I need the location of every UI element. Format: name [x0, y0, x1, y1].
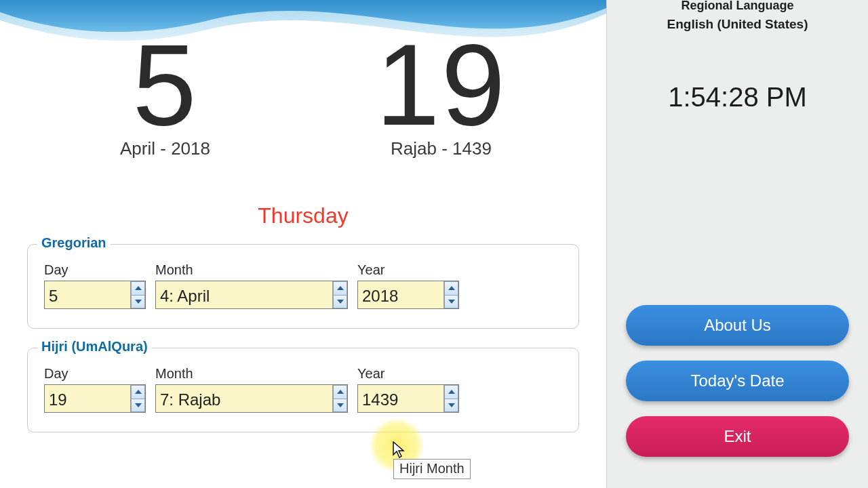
gregorian-month-down[interactable]: [333, 295, 347, 309]
chevron-up-icon: [135, 286, 142, 290]
chevron-up-icon: [337, 286, 344, 290]
hijri-display: 19 Rajab - 1439: [303, 27, 579, 159]
gregorian-year-spinner[interactable]: 2018: [357, 281, 459, 309]
gregorian-legend: Gregorian: [37, 235, 111, 251]
hijri-month-tooltip: Hijri Month: [393, 459, 471, 479]
gregorian-month-up[interactable]: [333, 281, 347, 295]
gregorian-year-down[interactable]: [444, 295, 458, 309]
hijri-month-field: Month 7: Rajab: [155, 366, 348, 413]
hijri-month-up[interactable]: [333, 385, 347, 399]
hijri-subtitle: Rajab - 1439: [303, 138, 579, 159]
chevron-down-icon: [337, 300, 344, 304]
hijri-day-value[interactable]: 19: [45, 385, 130, 412]
hijri-year-spinner[interactable]: 1439: [357, 384, 459, 413]
chevron-down-icon: [448, 403, 455, 407]
about-us-button[interactable]: About Us: [626, 305, 849, 346]
chevron-down-icon: [337, 403, 344, 407]
hijri-day-up[interactable]: [131, 385, 145, 399]
clock-display: 1:54:28 PM: [626, 82, 849, 113]
hijri-year-down[interactable]: [444, 399, 458, 413]
chevron-down-icon: [135, 403, 142, 407]
hijri-year-label: Year: [357, 366, 459, 382]
gregorian-month-field: Month 4: April: [155, 262, 348, 309]
hijri-day-field: Day 19: [44, 366, 146, 413]
gregorian-year-field: Year 2018: [357, 262, 459, 309]
gregorian-month-spinner[interactable]: 4: April: [155, 281, 348, 309]
gregorian-day-value[interactable]: 5: [45, 281, 130, 308]
hijri-month-label: Month: [155, 366, 348, 382]
gregorian-day-label: Day: [44, 262, 146, 278]
exit-button[interactable]: Exit: [626, 416, 849, 457]
gregorian-display: 5 April - 2018: [27, 27, 303, 159]
gregorian-group: Gregorian Day 5 Month: [27, 244, 579, 329]
language-value: English (United States): [626, 17, 849, 32]
hijri-month-spinner[interactable]: 7: Rajab: [155, 384, 348, 413]
side-panel: Regional Language English (United States…: [607, 0, 868, 488]
chevron-down-icon: [135, 300, 142, 304]
todays-date-button[interactable]: Today's Date: [626, 361, 849, 401]
hijri-year-field: Year 1439: [357, 366, 459, 413]
main-panel: 5 April - 2018 19 Rajab - 1439 Thursday …: [0, 0, 607, 488]
hijri-year-value[interactable]: 1439: [358, 385, 443, 412]
gregorian-big-day: 5: [27, 27, 303, 142]
gregorian-day-up[interactable]: [131, 281, 145, 295]
action-buttons: About Us Today's Date Exit: [626, 305, 849, 457]
language-block: Regional Language English (United States…: [626, 0, 849, 32]
weekday-label: Thursday: [0, 203, 606, 228]
gregorian-day-down[interactable]: [131, 295, 145, 309]
chevron-up-icon: [337, 390, 344, 394]
hijri-month-down[interactable]: [333, 399, 347, 413]
form-area: Gregorian Day 5 Month: [27, 244, 579, 451]
chevron-up-icon: [448, 286, 455, 290]
chevron-up-icon: [448, 390, 455, 394]
hijri-month-value[interactable]: 7: Rajab: [156, 385, 332, 412]
hijri-big-day: 19: [303, 27, 579, 142]
chevron-up-icon: [135, 390, 142, 394]
gregorian-month-value[interactable]: 4: April: [156, 281, 332, 308]
hijri-legend: Hijri (UmAlQura): [37, 339, 152, 354]
gregorian-day-field: Day 5: [44, 262, 146, 309]
gregorian-subtitle: April - 2018: [27, 138, 303, 159]
gregorian-day-spinner[interactable]: 5: [44, 281, 146, 309]
app-root: 5 April - 2018 19 Rajab - 1439 Thursday …: [0, 0, 868, 488]
gregorian-year-value[interactable]: 2018: [358, 281, 443, 308]
date-display-row: 5 April - 2018 19 Rajab - 1439: [0, 27, 606, 159]
gregorian-year-up[interactable]: [444, 281, 458, 295]
hijri-day-down[interactable]: [131, 399, 145, 413]
hijri-year-up[interactable]: [444, 385, 458, 399]
hijri-day-label: Day: [44, 366, 146, 382]
language-title: Regional Language: [626, 0, 849, 13]
gregorian-year-label: Year: [357, 262, 459, 278]
hijri-day-spinner[interactable]: 19: [44, 384, 146, 413]
gregorian-month-label: Month: [155, 262, 348, 278]
hijri-group: Hijri (UmAlQura) Day 19 Month: [27, 348, 579, 432]
chevron-down-icon: [448, 300, 455, 304]
